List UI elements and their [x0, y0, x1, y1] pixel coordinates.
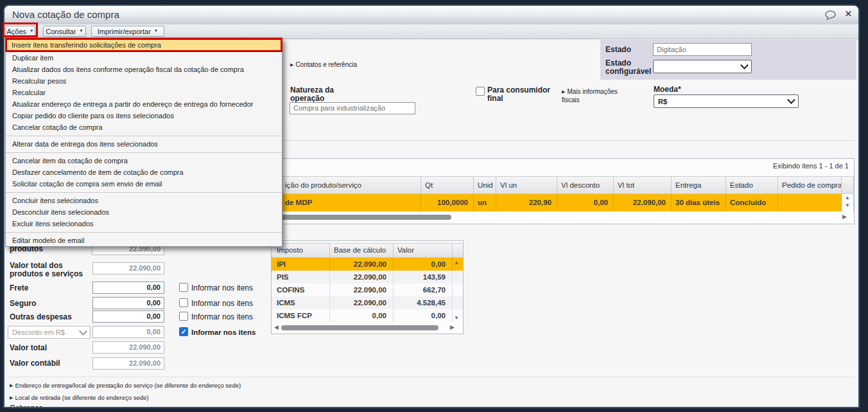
- column-header-vl-desconto[interactable]: Vl desconto: [557, 177, 614, 193]
- outras-despesas-informar-checkbox[interactable]: [179, 312, 188, 321]
- scroll-down-icon[interactable]: ▼: [454, 316, 459, 321]
- imprimir-exportar-menu-button[interactable]: Imprimir/exportar ▼: [91, 26, 164, 37]
- comment-icon[interactable]: [824, 10, 837, 22]
- tax-cell-valor: 0,00: [394, 258, 453, 271]
- column-header-scroll-gutter: [842, 177, 854, 193]
- items-vertical-scrollbar[interactable]: ▲ ▼: [842, 194, 854, 211]
- outras-despesas-input[interactable]: 0,00: [92, 310, 164, 323]
- desconto-informar-label: Informar nos itens: [191, 328, 256, 337]
- column-header-estado[interactable]: Estado: [726, 177, 778, 193]
- menu-item-alterar-data-entrega[interactable]: Alterar data de entrega dos itens seleci…: [6, 138, 282, 150]
- menu-item-cancelar-item-cotacao[interactable]: Cancelar item da cotação de compra: [6, 155, 282, 166]
- valor-contabil-label: Valor contábil: [10, 359, 60, 368]
- endereco-entrega-label: Endereço de entrega/local de prestação d…: [15, 382, 241, 389]
- annotation-box-acoes: [3, 22, 38, 37]
- column-header-qt[interactable]: Qt: [421, 177, 474, 193]
- column-header-unid[interactable]: Unid: [474, 177, 496, 193]
- expand-arrow-icon: ▶: [10, 395, 13, 400]
- taxes-hscroll-thumb[interactable]: [281, 325, 438, 330]
- dropdown-caret-icon: ▼: [154, 29, 158, 33]
- valor-contabil-input[interactable]: 22.090,00: [92, 357, 164, 370]
- column-header-vl-tot[interactable]: Vl tot: [614, 177, 672, 193]
- tax-row[interactable]: IPI 22.090,00 0,00: [272, 258, 463, 271]
- estado-input[interactable]: Digitação: [653, 43, 752, 56]
- menu-item-desconcluir-itens[interactable]: Desconcluir itens selecionados: [6, 206, 282, 218]
- para-consumidor-final-label: Para consumidor final: [487, 86, 551, 103]
- tax-row[interactable]: PIS 22.090,00 143,59: [272, 271, 463, 284]
- menu-item-solicitar-cotacao-sem-email[interactable]: Solicitar cotação de compra sem envio de…: [6, 178, 282, 190]
- imprimir-exportar-menu-button-label: Imprimir/exportar: [98, 28, 151, 35]
- taxes-grid-header: Imposto Base de cálculo Valor: [272, 243, 463, 258]
- scroll-down-icon[interactable]: ▼: [842, 203, 853, 208]
- seguro-informar-label: Informar nos itens: [191, 299, 253, 308]
- tax-cell-base: 22.090,00: [330, 296, 394, 309]
- tax-cell-valor: 4.528,45: [394, 296, 453, 309]
- menu-separator: [6, 190, 282, 195]
- contatos-referencia-toggle[interactable]: ▶Contatos e referência: [290, 60, 357, 69]
- desconto-informar-checkbox[interactable]: ✓: [179, 327, 188, 336]
- seguro-input[interactable]: 0,00: [92, 297, 164, 309]
- frete-informar-checkbox[interactable]: [179, 283, 188, 292]
- consultar-menu-button-label: Consultar: [46, 28, 76, 35]
- tax-cell-name: PIS: [272, 271, 330, 283]
- local-retirada-toggle[interactable]: ▶Local de retirada (se diferente do ende…: [10, 393, 148, 402]
- menu-item-recalcular[interactable]: Recalcular: [6, 87, 282, 98]
- mais-informacoes-fiscais-toggle[interactable]: ▶Mais informações fiscais: [562, 87, 634, 104]
- menu-item-recalcular-pesos[interactable]: Recalcular pesos: [6, 75, 282, 87]
- valor-total-input[interactable]: 22.090,00: [92, 341, 164, 354]
- tax-cell-name: ICMS FCP: [272, 309, 330, 322]
- natureza-operacao-input[interactable]: Compra para industrialização: [290, 102, 415, 114]
- scroll-right-icon[interactable]: ▶: [450, 325, 455, 330]
- menu-item-concluir-itens[interactable]: Concluir itens selecionados: [6, 195, 282, 206]
- seguro-informar-checkbox[interactable]: [179, 298, 188, 307]
- tax-cell-valor: 662,70: [394, 283, 453, 296]
- desconto-tipo-select[interactable]: Desconto em R$: [8, 326, 91, 339]
- menu-item-excluir-itens[interactable]: Excluir itens selecionados: [6, 218, 282, 229]
- menu-item-desfazer-cancelamento-item[interactable]: Desfazer cancelamento de item de cotação…: [6, 166, 282, 178]
- frete-input[interactable]: 0,00: [92, 282, 164, 294]
- desconto-input[interactable]: 0,00: [92, 326, 164, 338]
- menu-item-cancelar-cotacao[interactable]: Cancelar cotação de compra: [6, 121, 282, 133]
- scroll-right-icon[interactable]: ▶: [842, 214, 847, 220]
- tax-cell-base: 22.090,00: [330, 258, 394, 271]
- section-divider: [6, 377, 855, 377]
- tax-cell-base: 22.090,00: [330, 271, 394, 283]
- expand-arrow-icon: ▶: [10, 383, 13, 388]
- menu-item-atualizar-dados-itens[interactable]: Atualizar dados dos itens conforme opera…: [6, 64, 282, 75]
- endereco-entrega-toggle[interactable]: ▶Endereço de entrega/local de prestação …: [10, 381, 241, 390]
- item-cell-estado: Concluído: [726, 194, 778, 211]
- menu-item-atualizar-endereco-entrega[interactable]: Atualizar endereço de entrega a partir d…: [6, 98, 282, 110]
- cobranca-section-label: Cobrança: [10, 404, 43, 407]
- tax-row[interactable]: COFINS 22.090,00 662,70: [272, 283, 463, 297]
- column-header-base-calculo[interactable]: Base de cálculo: [330, 244, 394, 257]
- chevron-down-icon: [79, 327, 87, 336]
- tax-cell-base: 0,00: [330, 309, 394, 322]
- estado-configuravel-label: Estado configurável: [605, 59, 658, 76]
- column-header-pedido-compra[interactable]: Pedido de compra: [778, 177, 842, 193]
- menu-item-inserir-itens[interactable]: Inserir itens transferindo solicitações …: [5, 38, 282, 52]
- tax-row[interactable]: ICMS 22.090,00 4.528,45: [272, 296, 463, 310]
- column-header-valor[interactable]: Valor: [394, 244, 453, 257]
- tax-row[interactable]: ICMS FCP 0,00 0,00: [272, 309, 463, 322]
- estado-label: Estado: [605, 46, 631, 54]
- menu-item-copiar-pedido-cliente[interactable]: Copiar pedido do cliente para os itens s…: [6, 110, 282, 121]
- column-header-vl-un[interactable]: Vl un: [496, 177, 557, 193]
- moeda-select[interactable]: R$: [654, 94, 799, 108]
- chevron-down-icon: [740, 61, 749, 69]
- scroll-left-icon[interactable]: ◀: [274, 325, 279, 330]
- check-icon: ✓: [180, 328, 186, 336]
- scroll-up-icon[interactable]: ▲: [454, 260, 459, 265]
- scroll-up-icon[interactable]: ▲: [842, 195, 853, 201]
- close-icon[interactable]: ✕: [845, 9, 852, 19]
- menu-item-duplicar-item[interactable]: Duplicar item: [6, 52, 282, 64]
- taxes-horizontal-scrollbar[interactable]: ◀ ▶: [272, 323, 463, 332]
- valor-total-produtos-servicos-input[interactable]: 22.090,00: [92, 262, 164, 274]
- column-header-entrega[interactable]: Entrega: [672, 177, 726, 193]
- para-consumidor-final-checkbox[interactable]: [476, 87, 485, 96]
- consultar-menu-button[interactable]: Consultar ▼: [43, 26, 86, 37]
- seguro-label: Seguro: [10, 300, 36, 308]
- tax-cell-name: ICMS: [272, 296, 330, 309]
- menu-separator: [6, 229, 282, 235]
- menu-item-editar-modelo-email[interactable]: Editar modelo de email: [6, 235, 282, 246]
- estado-configuravel-select[interactable]: [653, 60, 752, 73]
